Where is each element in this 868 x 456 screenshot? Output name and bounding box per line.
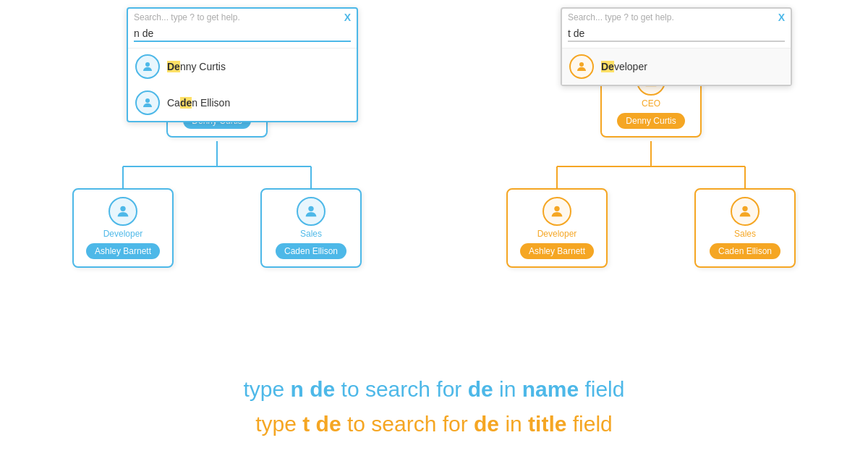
left-child1-title: Developer: [103, 229, 143, 239]
left-search-results: Denny Curtis Caden Ellison: [128, 48, 357, 121]
inst2-bold2: de: [474, 412, 499, 436]
inst1-bold2: de: [468, 377, 493, 401]
left-result-2-name: Caden Ellison: [167, 97, 230, 109]
right-root-title: CEO: [642, 98, 660, 109]
inst2-mid2: in: [505, 412, 528, 436]
right-close-btn[interactable]: X: [778, 12, 785, 23]
left-search-input[interactable]: [134, 26, 351, 42]
inst1-bold1: n de: [291, 377, 336, 401]
left-result-1-name: Denny Curtis: [167, 61, 226, 72]
inst1-mid2: in: [499, 377, 522, 401]
instruction-line-1: type n de to search for de in name field: [0, 372, 868, 407]
left-child1-card: Developer Ashley Barnett: [72, 188, 174, 268]
right-child1-title: Developer: [537, 229, 577, 239]
inst2-mid1: to search for: [347, 412, 474, 436]
right-child2-avatar: [731, 197, 760, 226]
inst1-bold3: name: [522, 377, 579, 401]
right-child1-card: Developer Ashley Barnett: [506, 188, 608, 268]
svg-point-15: [742, 206, 747, 211]
right-half: CEO Denny Curtis Developer Ashley Barnet…: [434, 0, 868, 304]
inst2-post: field: [573, 412, 613, 436]
left-half: CEO Denny Curtis Developer Ashley Barnet…: [0, 0, 434, 304]
right-child1-avatar: [542, 197, 571, 226]
inst1-post: field: [584, 377, 624, 401]
right-child2-title: Sales: [734, 229, 756, 239]
inst2-pre: type: [255, 412, 302, 436]
right-search-input-row: [562, 25, 791, 48]
left-result-1[interactable]: Denny Curtis: [128, 48, 357, 85]
left-child1-name-btn[interactable]: Ashley Barnett: [86, 243, 160, 259]
left-search-box: Search... type ? to get help. X Denny Cu…: [127, 7, 358, 122]
left-child2-name-btn[interactable]: Caden Ellison: [276, 243, 346, 259]
right-search-placeholder: Search... type ? to get help.: [568, 12, 674, 22]
left-child2-title: Sales: [300, 229, 322, 239]
svg-point-5: [120, 206, 125, 211]
svg-point-7: [145, 62, 150, 67]
right-result-1-avatar: [569, 54, 594, 79]
svg-point-6: [308, 206, 313, 211]
right-search-results: Developer: [562, 48, 791, 85]
svg-point-8: [145, 98, 150, 103]
left-child1-avatar: [109, 197, 137, 226]
instructions-section: type n de to search for de in name field…: [0, 372, 868, 442]
left-result-2-avatar: [135, 90, 160, 115]
right-search-input[interactable]: [568, 26, 785, 42]
left-close-btn[interactable]: X: [344, 12, 351, 23]
svg-point-16: [579, 62, 584, 67]
right-search-box: Search... type ? to get help. X Develope…: [561, 7, 792, 86]
inst2-bold3: title: [528, 412, 566, 436]
svg-point-14: [554, 206, 559, 211]
left-result-2[interactable]: Caden Ellison: [128, 85, 357, 121]
right-child2-name-btn[interactable]: Caden Ellison: [710, 243, 780, 259]
right-search-header: Search... type ? to get help. X: [562, 9, 791, 25]
inst1-pre: type: [244, 377, 291, 401]
left-result-1-avatar: [135, 54, 160, 79]
inst2-bold1: t de: [302, 412, 341, 436]
left-child2-card: Sales Caden Ellison: [260, 188, 362, 268]
left-search-header: Search... type ? to get help. X: [128, 9, 357, 25]
right-result-1[interactable]: Developer: [562, 48, 791, 85]
left-search-input-row: [128, 25, 357, 48]
instruction-line-2: type t de to search for de in title fiel…: [0, 407, 868, 442]
right-result-1-name: Developer: [601, 61, 647, 72]
inst1-mid1: to search for: [341, 377, 468, 401]
right-child1-name-btn[interactable]: Ashley Barnett: [520, 243, 594, 259]
left-child2-avatar: [297, 197, 326, 226]
left-search-placeholder: Search... type ? to get help.: [134, 12, 240, 22]
right-child2-card: Sales Caden Ellison: [694, 188, 796, 268]
right-root-name-btn[interactable]: Denny Curtis: [617, 113, 684, 129]
